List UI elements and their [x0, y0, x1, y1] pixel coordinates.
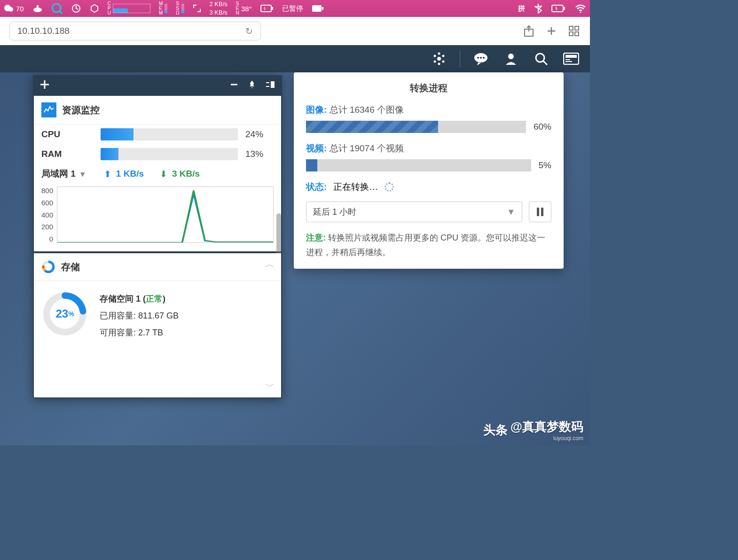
hex-icon[interactable] [90, 4, 99, 13]
video-pct: 5% [539, 160, 551, 171]
svg-point-26 [434, 55, 436, 57]
indexing-icon[interactable] [430, 49, 448, 68]
cpu-value: 24% [245, 129, 274, 140]
pause-status: 已暂停 [282, 4, 303, 13]
arrow-down-icon: ⬇ [160, 169, 167, 179]
widget-titlebar[interactable] [33, 75, 282, 96]
chevron-up-icon[interactable]: ︿ [265, 258, 275, 271]
storage-title: 存储 [61, 261, 80, 273]
cpu-row: CPU 24% [34, 124, 281, 144]
wechat-indicator[interactable]: 70 [4, 4, 24, 13]
svg-rect-37 [565, 61, 572, 62]
temperature: SEN38° [236, 1, 252, 16]
ime-indicator[interactable]: 拼 [518, 4, 525, 13]
tabs-grid-icon[interactable] [567, 24, 581, 38]
sync-icon[interactable] [71, 3, 81, 14]
delay-select[interactable]: 延后 1 小时 ▼ [306, 202, 522, 222]
battery-icon-3[interactable] [551, 5, 565, 12]
svg-point-31 [508, 54, 514, 59]
status-line: 状态: 正在转换… [306, 181, 551, 193]
chevron-down-icon[interactable]: ﹀ [265, 380, 275, 393]
svg-rect-16 [569, 26, 573, 30]
volume-name: 存储空间 1 (正常) [100, 290, 179, 307]
url-text: 10.10.10.188 [17, 26, 70, 36]
monitor-icon [41, 102, 56, 117]
svg-rect-39 [271, 81, 275, 88]
expand-icon[interactable] [193, 4, 201, 13]
svg-point-14 [580, 12, 581, 13]
video-progress-bar [306, 159, 531, 171]
chat-icon[interactable] [471, 49, 490, 68]
search-globe-icon[interactable] [51, 3, 63, 14]
wechat-icon [4, 4, 14, 13]
ram-value: 13% [245, 149, 274, 159]
svg-rect-13 [564, 7, 565, 10]
svg-rect-49 [541, 208, 543, 216]
net-down: 3 KB/s [210, 9, 228, 16]
image-section: 图像: 总计 16346 个图像 60% [306, 104, 551, 133]
pause-button[interactable] [529, 202, 551, 222]
dock-icon[interactable] [265, 80, 275, 91]
cpu-monitor[interactable]: CPU [108, 1, 150, 16]
storage-donut: 23% [41, 290, 88, 337]
svg-rect-48 [537, 208, 539, 216]
svg-rect-18 [569, 32, 573, 36]
network-chart: 800 600 400 200 0 [34, 184, 281, 251]
svg-line-5 [60, 11, 62, 14]
bluetooth-icon[interactable] [534, 3, 542, 14]
svg-rect-3 [37, 5, 39, 8]
wifi-icon[interactable] [575, 4, 586, 13]
watermark: 头条 @真真梦数码 luyouqi.com [483, 419, 583, 442]
share-icon[interactable] [522, 24, 535, 38]
download-rate: 3 KB/s [172, 169, 200, 179]
conversion-popover: 转换进程 图像: 总计 16346 个图像 60% 视频: 总计 19074 个… [294, 72, 564, 269]
lan-label[interactable]: 局域网 1 [41, 168, 76, 180]
pilot-icon[interactable] [562, 49, 581, 68]
svg-point-25 [434, 61, 436, 63]
cpu-bar [101, 128, 238, 140]
svg-rect-11 [322, 7, 323, 10]
svg-rect-34 [564, 53, 579, 64]
popover-title: 转换进程 [306, 82, 551, 94]
svg-point-30 [483, 57, 485, 59]
arrow-up-icon: ⬆ [104, 169, 111, 179]
widget-window: 资源监控 CPU 24% RAM 13% 局域网 1 ▾ ⬆ 1 KB/s ⬇ … [33, 75, 282, 398]
new-tab-icon[interactable] [545, 24, 558, 38]
add-widget-icon[interactable] [39, 79, 50, 92]
net-up: 2 KB/s [210, 1, 228, 8]
search-icon[interactable] [532, 49, 550, 68]
svg-rect-35 [565, 55, 577, 58]
url-field[interactable]: 10.10.10.188 ↻ [9, 22, 261, 40]
dsm-desktop[interactable]: 资源监控 CPU 24% RAM 13% 局域网 1 ▾ ⬆ 1 KB/s ⬇ … [0, 72, 590, 445]
ssd-monitor[interactable]: SSD [176, 1, 184, 16]
ram-label: RAM [41, 149, 93, 159]
svg-rect-9 [272, 7, 273, 10]
svg-rect-36 [565, 59, 570, 60]
chevron-down-icon: ▼ [507, 207, 515, 217]
app-icon[interactable] [32, 4, 43, 13]
panel-header-storage: 存储 [34, 253, 281, 281]
svg-point-21 [438, 53, 440, 55]
battery-icon-2 [312, 5, 324, 12]
svg-point-1 [8, 7, 13, 12]
svg-rect-17 [575, 26, 579, 30]
minimize-icon[interactable] [229, 80, 239, 91]
note-text: 注意: 转换照片或视频需占用更多的 CPU 资源。您可以推迟这一进程，并稍后再继… [306, 231, 551, 259]
svg-point-4 [52, 4, 61, 12]
browser-toolbar: 10.10.10.188 ↻ [0, 17, 590, 45]
svg-point-32 [536, 54, 544, 62]
pin-icon[interactable] [247, 80, 257, 91]
svg-point-24 [438, 63, 440, 65]
reload-icon[interactable]: ↻ [245, 26, 253, 37]
chevron-down-icon[interactable]: ▾ [80, 169, 85, 179]
mem-monitor[interactable]: MEM [159, 1, 167, 16]
user-icon[interactable] [502, 49, 520, 68]
cpu-label: CPU [41, 129, 93, 140]
panel-header-monitor: 资源监控 [34, 96, 281, 124]
svg-marker-7 [91, 5, 98, 12]
upload-rate: 1 KB/s [116, 169, 144, 179]
status-text: 正在转换… [333, 181, 378, 193]
macos-menubar: 70 CPU MEM SSD 2 KB/s 3 KB/s SEN38° 已暂停 … [0, 0, 590, 17]
image-progress-bar [306, 121, 526, 133]
svg-point-29 [480, 57, 482, 59]
